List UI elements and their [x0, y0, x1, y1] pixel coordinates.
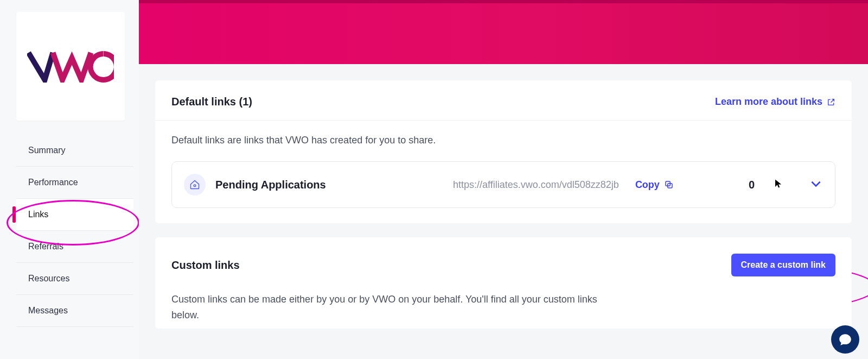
sidebar-item-performance[interactable]: Performance	[16, 167, 133, 199]
default-links-card: Default links (1) Learn more about links…	[155, 80, 852, 223]
sidebar-nav: Summary Performance Links Referrals Reso…	[16, 135, 133, 327]
copy-icon	[664, 180, 674, 190]
sidebar-item-summary[interactable]: Summary	[16, 135, 133, 167]
chat-fab-button[interactable]	[831, 325, 859, 354]
link-row-count: 0	[749, 179, 755, 191]
custom-links-card: Custom links Create a custom link Custom…	[155, 237, 852, 329]
cursor-icon	[774, 179, 783, 191]
default-link-row[interactable]: Pending Applications https://affiliates.…	[171, 161, 835, 208]
custom-links-header: Custom links Create a custom link	[155, 237, 852, 287]
link-row-url: https://affiliates.vwo.com/vdl508zz82jb	[453, 179, 619, 191]
external-link-icon	[827, 98, 835, 106]
default-links-description: Default links are links that VWO has cre…	[155, 121, 852, 146]
copy-label: Copy	[635, 179, 660, 191]
learn-more-label: Learn more about links	[715, 96, 822, 108]
chevron-down-icon[interactable]	[809, 177, 823, 193]
custom-links-title: Custom links	[171, 259, 240, 272]
sidebar-item-resources[interactable]: Resources	[16, 263, 133, 295]
learn-more-link[interactable]: Learn more about links	[715, 96, 835, 108]
sidebar-item-links[interactable]: Links	[16, 199, 133, 231]
sidebar-item-referrals[interactable]: Referrals	[16, 231, 133, 263]
sidebar-item-messages[interactable]: Messages	[16, 295, 133, 327]
copy-button[interactable]: Copy	[635, 179, 674, 191]
home-icon	[184, 174, 206, 196]
create-custom-link-button[interactable]: Create a custom link	[731, 254, 836, 276]
custom-links-description: Custom links can be made either by you o…	[155, 287, 616, 323]
chat-icon	[838, 332, 852, 347]
sidebar: Summary Performance Links Referrals Reso…	[0, 0, 139, 359]
main-content: Default links (1) Learn more about links…	[139, 64, 868, 359]
vwo-logo-icon	[27, 50, 114, 83]
svg-point-0	[194, 185, 196, 187]
brand-logo-card	[16, 12, 125, 121]
default-links-title: Default links (1)	[171, 96, 252, 108]
link-row-title: Pending Applications	[215, 179, 326, 191]
default-links-header: Default links (1) Learn more about links	[155, 80, 852, 121]
